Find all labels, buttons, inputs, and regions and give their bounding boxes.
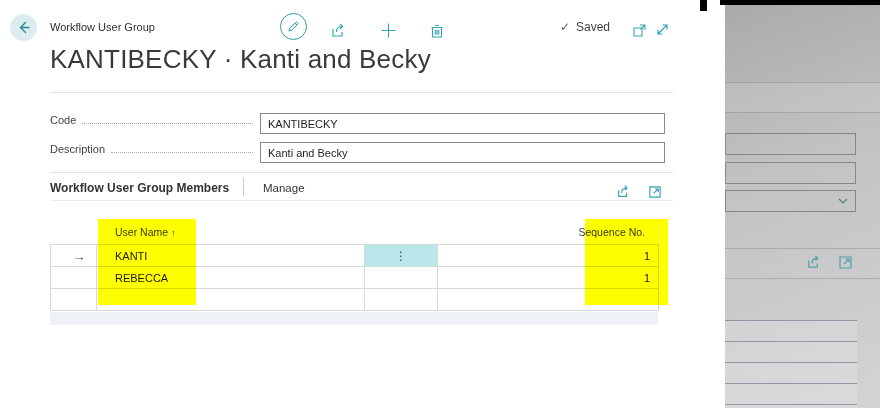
section-divider — [50, 172, 673, 173]
grid-border — [50, 288, 658, 289]
grid-border — [96, 244, 97, 311]
grid-footer-strip — [50, 312, 658, 325]
manage-menu[interactable]: Manage — [263, 182, 305, 194]
grid-border — [50, 244, 658, 245]
plus-icon — [380, 22, 397, 39]
title-divider — [50, 92, 673, 93]
background-focus-icon — [838, 255, 854, 271]
code-field-row: Code — [50, 114, 253, 126]
background-input-box — [725, 133, 856, 155]
panel-line — [725, 248, 880, 249]
share-button[interactable] — [330, 22, 347, 39]
part-focus-button[interactable] — [646, 183, 663, 200]
grid-border — [50, 266, 658, 267]
cell-context-menu[interactable]: ⋮ — [365, 245, 437, 266]
chevron-down-icon — [837, 195, 849, 207]
workflow-user-group-page: Workflow User Group ✓ Saved KANTIBECKY ·… — [0, 0, 880, 408]
share-icon — [616, 184, 631, 199]
page-caption: Workflow User Group — [50, 21, 155, 33]
panel-band — [725, 83, 880, 112]
cell-sequence-no[interactable]: 1 — [437, 250, 650, 262]
page-title: KANTIBECKY · Kanti and Becky — [50, 44, 431, 75]
expand-arrows-icon — [655, 22, 670, 37]
grid-border — [50, 244, 51, 311]
open-in-window-button[interactable] — [631, 22, 648, 39]
description-field-label: Description — [50, 143, 105, 155]
code-field-label: Code — [50, 114, 76, 126]
new-button[interactable] — [380, 22, 397, 39]
grid-border — [658, 244, 659, 311]
pencil-icon — [287, 20, 300, 33]
expand-button[interactable] — [654, 21, 671, 38]
column-header-sequence-no[interactable]: Sequence No. — [437, 226, 645, 238]
delete-button[interactable] — [428, 22, 445, 39]
dotted-leader — [82, 115, 253, 124]
background-grid-rows — [725, 320, 857, 408]
back-button[interactable] — [10, 14, 37, 41]
trash-icon — [429, 23, 445, 39]
share-icon — [330, 22, 347, 39]
screen-artifact — [700, 0, 707, 11]
dotted-leader — [111, 144, 253, 153]
saved-check-icon: ✓ — [560, 20, 570, 34]
code-input[interactable] — [260, 113, 665, 134]
popout-icon — [632, 23, 647, 38]
cell-user-name[interactable]: KANTI — [115, 250, 147, 262]
part-title: Workflow User Group Members — [50, 181, 229, 195]
saved-status: Saved — [576, 20, 610, 34]
description-field-row: Description — [50, 143, 253, 155]
description-input[interactable] — [260, 142, 665, 163]
background-grid-row — [725, 342, 857, 363]
edit-button[interactable] — [280, 13, 307, 40]
column-header-user-name[interactable]: User Name ↑ — [115, 226, 176, 238]
vertical-ellipsis-icon: ⋮ — [395, 249, 407, 263]
cell-sequence-no[interactable]: 1 — [437, 272, 650, 284]
back-arrow-icon — [16, 20, 31, 35]
background-dropdown-box — [725, 190, 856, 212]
sort-ascending-icon: ↑ — [171, 228, 176, 238]
background-share-icon — [806, 254, 822, 270]
active-row-marker-icon: → — [64, 249, 94, 264]
background-grid-row — [725, 384, 857, 405]
background-grid-row — [725, 321, 857, 342]
panel-line — [725, 112, 880, 113]
part-separator — [243, 178, 244, 196]
panel-top-black-bar — [720, 0, 880, 5]
cell-user-name[interactable]: REBECCA — [115, 272, 168, 284]
background-grid-row — [725, 363, 857, 384]
background-input-box — [725, 162, 856, 184]
focus-mode-icon — [648, 185, 662, 199]
grid-border — [50, 310, 658, 311]
part-bottom-rule — [50, 200, 673, 201]
panel-line — [725, 278, 880, 279]
part-share-button[interactable] — [615, 183, 632, 200]
